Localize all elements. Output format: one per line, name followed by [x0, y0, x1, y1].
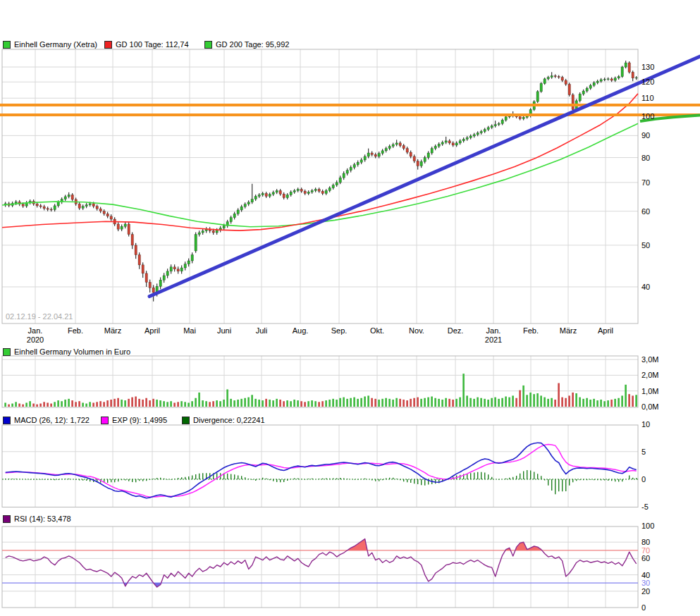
price-series-legend-label: Einhell Germany (Xetra)	[14, 40, 97, 49]
price-axis-tick-label: 70	[641, 178, 650, 187]
rsi-pane[interactable]	[2, 526, 638, 608]
gd200-swatch-icon	[204, 41, 212, 49]
price-axis-tick-label: 100	[641, 112, 654, 121]
month-axis-label: Mai	[183, 326, 196, 335]
macd-swatch-icon	[3, 417, 11, 424]
legend-item-rsi: RSI (14): 53,478	[3, 515, 71, 523]
divergence-legend-label: Divergence: 0,22241	[193, 416, 265, 424]
rsi-legend-label: RSI (14): 53,478	[14, 515, 71, 523]
volume-axis-tick-label: 0,0M	[641, 402, 658, 411]
date-range-label: 02.12.19 - 22.04.21	[6, 312, 73, 321]
price-series-swatch-icon	[3, 41, 11, 49]
price-axis-tick-label: 50	[641, 241, 650, 250]
volume-axis-tick-label: 2,0M	[641, 371, 658, 379]
rsi-axis-tick-label: 40	[641, 571, 650, 579]
price-axis-tick-label: 60	[641, 207, 650, 216]
price-axis-tick-label: 120	[641, 78, 654, 86]
volume-axis-tick-label: 3,0M	[641, 355, 658, 364]
month-axis-label: April	[145, 326, 160, 335]
month-axis-label: Aug.	[293, 326, 309, 335]
price-axis-tick-label: 110	[641, 94, 654, 102]
volume-bars	[4, 374, 637, 407]
legend-item-volume: Einhell Germany Volumen in Euro	[3, 347, 130, 356]
rsi-axis-tick-label: 30	[641, 579, 650, 587]
year-axis-label: 2021	[485, 335, 502, 344]
macd-axis-tick-label: 10	[641, 420, 650, 429]
macd-pane[interactable]	[2, 425, 638, 507]
rsi-axis-tick-label: 20	[641, 587, 650, 596]
stock-chart-application: Einhell Germany (Xetra) GD 100 Tage: 112…	[0, 0, 700, 616]
price-axis-tick-label: 90	[641, 131, 650, 140]
month-axis-label: März	[560, 326, 577, 335]
price-axis-tick-label: 80	[641, 154, 650, 162]
trendline	[149, 56, 700, 297]
rsi-axis-tick-label: 0	[641, 603, 646, 612]
month-axis-label: Nov.	[409, 326, 424, 335]
gd100-legend-label: GD 100 Tage: 112,74	[116, 40, 189, 49]
resistance-lines	[0, 105, 700, 115]
month-axis-label: April	[598, 326, 613, 335]
rsi-overbought-fill	[348, 539, 542, 550]
month-axis-label: Jan.	[28, 326, 43, 335]
legend-item-macd: MACD (26, 12): 1,722	[3, 416, 90, 424]
rsi-swatch-icon	[3, 515, 11, 523]
month-axis-label: Feb.	[68, 326, 83, 335]
macd-axis-tick-label: -5	[641, 503, 649, 511]
exp-swatch-icon	[101, 417, 109, 424]
month-axis-label: Jan.	[486, 326, 501, 335]
volume-swatch-icon	[3, 348, 11, 356]
month-axis-label: März	[104, 326, 121, 335]
month-axis-label: Sep.	[331, 326, 348, 335]
volume-pane[interactable]	[2, 356, 638, 407]
rsi-axis-tick-label: 100	[641, 522, 654, 530]
legend-item-price-series: Einhell Germany (Xetra)	[3, 40, 97, 49]
macd-axis-tick-label: 0	[641, 475, 646, 483]
legend-item-gd200: GD 200 Tage: 95,992	[204, 40, 289, 49]
month-axis-label: Feb.	[523, 326, 539, 335]
volume-legend-label: Einhell Germany Volumen in Euro	[14, 347, 130, 356]
exp-legend-label: EXP (9): 1,4995	[112, 416, 167, 424]
rsi-axis-tick-label: 80	[641, 538, 650, 546]
chart-canvas[interactable]	[0, 0, 700, 616]
price-axis-tick-label: 40	[641, 283, 650, 291]
month-axis-label: Okt.	[370, 326, 384, 335]
rsi-axis-tick-label: 70	[641, 546, 650, 555]
gd100-swatch-icon	[104, 41, 112, 49]
gd200-legend-label: GD 200 Tage: 95,992	[216, 40, 289, 49]
divergence-swatch-icon	[182, 417, 190, 424]
legend-item-divergence: Divergence: 0,22241	[182, 416, 265, 424]
legend-item-gd100: GD 100 Tage: 112,74	[104, 40, 189, 49]
month-axis-label: Dez.	[448, 326, 464, 335]
legend-item-exp: EXP (9): 1,4995	[101, 416, 167, 424]
macd-legend-label: MACD (26, 12): 1,722	[14, 416, 90, 424]
price-pane[interactable]	[0, 49, 700, 324]
candlestick-series	[4, 61, 637, 302]
divergence-histogram	[6, 470, 637, 494]
macd-axis-tick-label: 5	[641, 448, 646, 456]
exp-signal-line	[6, 445, 637, 498]
rsi-line	[6, 539, 637, 587]
price-axis-tick-label: 130	[641, 63, 654, 71]
year-axis-label: 2020	[27, 335, 44, 344]
rsi-axis-tick-label: 60	[641, 554, 650, 562]
month-axis-label: Juli	[256, 326, 268, 335]
volume-axis-tick-label: 1,0M	[641, 387, 658, 395]
macd-line	[6, 443, 637, 498]
month-axis-label: Juni	[217, 326, 231, 335]
